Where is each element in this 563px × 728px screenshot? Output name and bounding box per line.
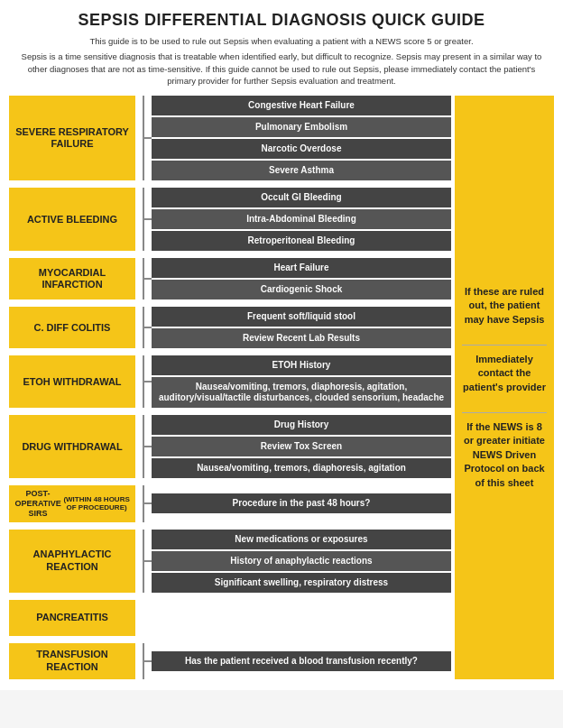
row-separator: [9, 410, 451, 412]
condition-item: Review Recent Lab Results: [152, 328, 451, 348]
conditions-column: Heart FailureCardiogenic Shock: [152, 258, 451, 299]
condition-item: ETOH History: [152, 355, 451, 375]
diagnosis-label: PANCREATITIS: [9, 600, 135, 636]
right-divider-2: [462, 412, 547, 413]
condition-item: Significant swelling, respiratory distre…: [152, 573, 451, 593]
condition-item: Occult GI Bleeding: [152, 188, 451, 207]
connector: [135, 355, 152, 408]
row-separator: [9, 639, 451, 640]
condition-item: Cardiogenic Shock: [152, 280, 451, 299]
connector: [135, 96, 152, 180]
horizontal-line: [143, 327, 152, 328]
horizontal-line: [143, 381, 152, 382]
condition-item: Retroperitoneal Bleeding: [152, 231, 451, 251]
condition-item: Severe Asthma: [152, 161, 451, 180]
diagnosis-row: TRANSFUSION REACTIONHas the patient rece…: [9, 643, 451, 679]
condition-item: New medications or exposures: [152, 530, 451, 549]
connector: [135, 643, 152, 679]
conditions-column: Has the patient received a blood transfu…: [152, 643, 451, 679]
condition-item: Review Tox Screen: [152, 437, 451, 456]
right-text-2: Immediately contact the patient's provid…: [462, 353, 547, 394]
diagnosis-row: PANCREATITIS: [9, 600, 451, 636]
condition-item: Nausea/vomiting, tremors, diaphoresis, a…: [152, 377, 451, 408]
horizontal-line: [143, 502, 152, 504]
diagnosis-row: SEVERE RESPIRATORY FAILURECongestive Hea…: [9, 96, 451, 180]
connector: [135, 485, 152, 521]
diagnosis-label: ACTIVE BLEEDING: [9, 188, 135, 251]
diagnosis-label: POST-OPERATIVE SIRS(WITHIN 48 HOURS OF P…: [9, 485, 135, 521]
diagnosis-label: TRANSFUSION REACTION: [9, 643, 135, 679]
diagnosis-label: ETOH WITHDRAWAL: [9, 355, 135, 408]
row-separator: [9, 302, 451, 304]
subtitle: This guide is to be used to rule out Sep…: [9, 35, 554, 87]
diagnosis-row: C. DIFF COLITISFrequent soft/liquid stoo…: [9, 307, 451, 348]
conditions-column: Drug HistoryReview Tox ScreenNausea/vomi…: [152, 415, 451, 478]
diagnosis-row: DRUG WITHDRAWALDrug HistoryReview Tox Sc…: [9, 415, 451, 478]
diagnosis-row: ACTIVE BLEEDINGOccult GI BleedingIntra-A…: [9, 188, 451, 251]
condition-item: History of anaphylactic reactions: [152, 551, 451, 571]
row-separator: [9, 525, 451, 527]
right-panel: If these are ruled out, the patient may …: [455, 96, 554, 678]
horizontal-line: [143, 560, 152, 562]
condition-item: Procedure in the past 48 hours?: [152, 493, 451, 513]
horizontal-line: [143, 660, 152, 662]
diagnosis-label: SEVERE RESPIRATORY FAILURE: [9, 96, 135, 180]
condition-item: Heart Failure: [152, 258, 451, 278]
condition-item: Drug History: [152, 415, 451, 435]
right-text-1: If these are ruled out, the patient may …: [462, 285, 547, 327]
conditions-column: Frequent soft/liquid stoolReview Recent …: [152, 307, 451, 348]
horizontal-line: [143, 137, 152, 139]
connector: [135, 188, 152, 251]
condition-item: Pulmonary Embolism: [152, 117, 451, 137]
diagnosis-row: ETOH WITHDRAWALETOH HistoryNausea/vomiti…: [9, 355, 451, 408]
condition-item: Intra-Abdominal Bleeding: [152, 209, 451, 229]
condition-item: Has the patient received a blood transfu…: [152, 651, 451, 671]
diagnosis-row: POST-OPERATIVE SIRS(WITHIN 48 HOURS OF P…: [9, 485, 451, 521]
diagnosis-label: C. DIFF COLITIS: [9, 307, 135, 348]
condition-item: Nausea/vomiting, tremors, diaphoresis, a…: [152, 458, 451, 478]
conditions-column: ETOH HistoryNausea/vomiting, tremors, di…: [152, 355, 451, 408]
horizontal-line: [143, 278, 152, 280]
connector: [135, 258, 152, 299]
connector: [135, 530, 152, 593]
diagnosis-row: ANAPHYLACTIC REACTIONNew medications or …: [9, 530, 451, 593]
right-divider-1: [462, 345, 547, 346]
row-separator: [9, 481, 451, 483]
left-section: SEVERE RESPIRATORY FAILURECongestive Hea…: [9, 96, 451, 678]
row-separator: [9, 183, 451, 185]
page: SEPSIS DIFFERENTIAL DIAGNOSIS QUICK GUID…: [0, 0, 563, 690]
diagnosis-label: DRUG WITHDRAWAL: [9, 415, 135, 478]
main-title: SEPSIS DIFFERENTIAL DIAGNOSIS QUICK GUID…: [9, 11, 554, 30]
right-text-3: If the NEWS is 8 or greater initiate NEW…: [462, 420, 547, 490]
condition-item: Congestive Heart Failure: [152, 96, 451, 115]
row-separator: [9, 253, 451, 255]
conditions-column: Congestive Heart FailurePulmonary Emboli…: [152, 96, 451, 180]
conditions-column: New medications or exposuresHistory of a…: [152, 530, 451, 593]
row-separator: [9, 595, 451, 597]
diagnosis-label: ANAPHYLACTIC REACTION: [9, 530, 135, 593]
condition-item: Frequent soft/liquid stool: [152, 307, 451, 327]
content-area: SEVERE RESPIRATORY FAILURECongestive Hea…: [9, 96, 554, 678]
connector: [135, 307, 152, 348]
condition-item: Narcotic Overdose: [152, 139, 451, 159]
diagnosis-row: MYOCARDIAL INFARCTIONHeart FailureCardio…: [9, 258, 451, 299]
connector: [135, 415, 152, 478]
conditions-column: Occult GI BleedingIntra-Abdominal Bleedi…: [152, 188, 451, 251]
diagnosis-label: MYOCARDIAL INFARCTION: [9, 258, 135, 299]
row-separator: [9, 351, 451, 353]
horizontal-line: [143, 446, 152, 447]
horizontal-line: [143, 218, 152, 220]
conditions-column: Procedure in the past 48 hours?: [152, 485, 451, 521]
